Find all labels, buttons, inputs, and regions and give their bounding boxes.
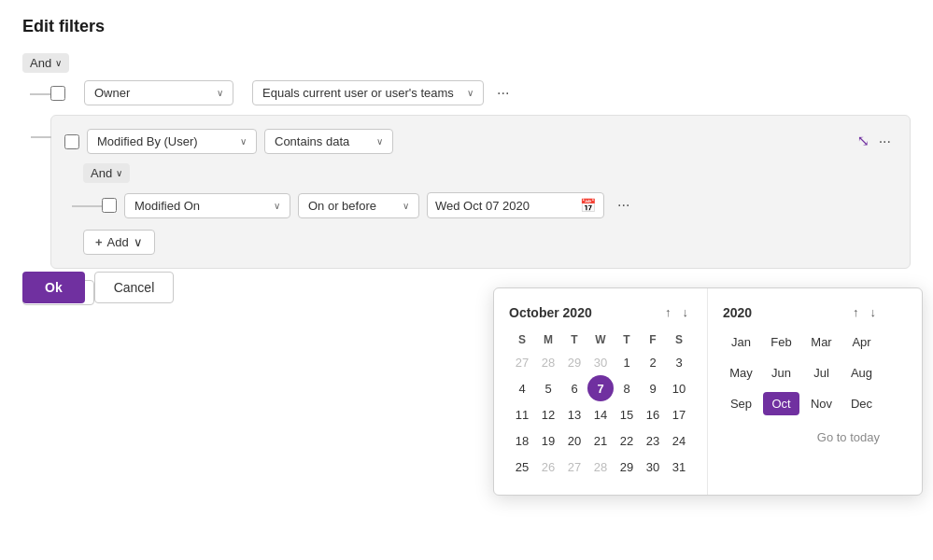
month-cell[interactable]: May (723, 361, 759, 385)
subgroup-condition-dropdown[interactable]: Contains data ∨ (264, 129, 393, 154)
year-prev-button[interactable]: ↑ (849, 303, 863, 321)
subgroup-condition-chevron: ∨ (376, 136, 383, 147)
calendar-day[interactable]: 27 (509, 349, 535, 375)
month-cell[interactable]: Nov (803, 392, 840, 415)
bottom-buttons: Ok Cancel (22, 272, 174, 303)
subrow: Modified On ∨ On or before ∨ Wed Oct 07 … (102, 192, 897, 218)
row1-field-dropdown[interactable]: Owner ∨ (84, 80, 233, 105)
row1-field-chevron: ∨ (217, 88, 223, 98)
month-cell[interactable]: Dec (843, 392, 880, 415)
and-label: And (30, 56, 51, 70)
calendar-day[interactable]: 3 (666, 349, 692, 375)
calendar-day[interactable]: 19 (535, 427, 561, 454)
calendar-year-title: 2020 (723, 305, 752, 320)
calendar-day[interactable]: 2 (640, 349, 666, 375)
date-value: Wed Oct 07 2020 (435, 199, 530, 213)
subgroup-more-button[interactable]: ··· (873, 132, 897, 152)
cal-day-header: M (535, 330, 561, 349)
calendar-icon[interactable]: 📅 (580, 198, 596, 213)
calendar-nav: ↑ ↓ (661, 303, 692, 321)
calendar-day[interactable]: 29 (561, 349, 587, 375)
subrow-condition-chevron: ∨ (403, 201, 409, 211)
calendar-popup: October 2020 ↑ ↓ SMTWTFS 272829301234567… (493, 287, 923, 496)
calendar-day[interactable]: 16 (640, 401, 666, 427)
cal-day-header: S (666, 330, 692, 349)
month-cell[interactable]: Feb (763, 330, 799, 354)
subrow-condition-dropdown[interactable]: On or before ∨ (298, 193, 419, 218)
calendar-day[interactable]: 28 (587, 454, 614, 480)
calendar-day[interactable]: 17 (666, 401, 692, 427)
root-and-badge[interactable]: And ∨ (22, 53, 69, 73)
year-next-button[interactable]: ↓ (867, 303, 881, 321)
calendar-day[interactable]: 24 (666, 427, 692, 454)
cal-day-header: F (640, 330, 666, 349)
month-cell[interactable]: Jun (763, 361, 799, 385)
month-cell[interactable]: Aug (843, 361, 880, 385)
calendar-day[interactable]: 22 (614, 427, 640, 454)
month-grid: JanFebMarAprMayJunJulAugSepOctNovDec (723, 330, 880, 415)
calendar-day[interactable]: 23 (640, 427, 666, 454)
calendar-day[interactable]: 21 (587, 427, 614, 454)
calendar-day[interactable]: 8 (614, 375, 640, 401)
calendar-year-section: 2020 ↑ ↓ JanFebMarAprMayJunJulAugSepOctN… (708, 288, 895, 495)
month-cell[interactable]: Sep (723, 392, 759, 415)
calendar-day[interactable]: 14 (587, 401, 614, 427)
subgroup-field-chevron: ∨ (240, 136, 247, 147)
row1-checkbox[interactable] (50, 86, 65, 101)
subgroup-header: Modified By (User) ∨ Contains data ∨ ⤡ ·… (64, 129, 897, 154)
month-cell[interactable]: Jul (803, 361, 840, 385)
cancel-button[interactable]: Cancel (94, 272, 175, 303)
plus-icon: + (95, 235, 103, 249)
calendar-day[interactable]: 29 (614, 454, 640, 480)
calendar-day[interactable]: 1 (614, 349, 640, 375)
month-cell[interactable]: Mar (803, 330, 840, 354)
page-title: Edit filters (22, 17, 911, 36)
row1-more-button[interactable]: ··· (491, 83, 515, 104)
calendar-day[interactable]: 30 (587, 349, 614, 375)
subrow-field-dropdown[interactable]: Modified On ∨ (124, 193, 290, 218)
calendar-prev-month-button[interactable]: ↑ (661, 303, 675, 321)
calendar-day[interactable]: 30 (640, 454, 666, 480)
cal-day-header: T (614, 330, 640, 349)
calendar-month-section: October 2020 ↑ ↓ SMTWTFS 272829301234567… (494, 288, 708, 495)
row1-condition-dropdown[interactable]: Equals current user or user's teams ∨ (252, 80, 484, 105)
calendar-day[interactable]: 26 (535, 454, 561, 480)
cal-day-header: T (561, 330, 587, 349)
calendar-day[interactable]: 10 (666, 375, 692, 401)
subrow-date-input[interactable]: Wed Oct 07 2020 📅 (427, 192, 604, 218)
go-today-button[interactable]: Go to today (723, 423, 880, 444)
and-chevron-icon: ∨ (55, 58, 62, 68)
calendar-day[interactable]: 5 (535, 375, 561, 401)
calendar-day[interactable]: 25 (509, 454, 535, 480)
calendar-day[interactable]: 13 (561, 401, 587, 427)
subgroup-and-badge[interactable]: And ∨ (83, 163, 130, 183)
calendar-day[interactable]: 27 (561, 454, 587, 480)
calendar-next-month-button[interactable]: ↓ (679, 303, 693, 321)
calendar-day[interactable]: 31 (666, 454, 692, 480)
subrow-field-chevron: ∨ (274, 201, 280, 211)
calendar-day[interactable]: 4 (509, 375, 535, 401)
collapse-icon[interactable]: ⤡ (857, 133, 869, 150)
ok-button[interactable]: Ok (22, 272, 85, 303)
calendar-day[interactable]: 9 (640, 375, 666, 401)
month-cell[interactable]: Jan (723, 330, 759, 354)
cal-day-header: W (587, 330, 614, 349)
subrow-checkbox[interactable] (102, 198, 117, 213)
row1-condition-chevron: ∨ (467, 88, 474, 98)
calendar-day[interactable]: 11 (509, 401, 535, 427)
add-chevron-icon: ∨ (134, 235, 143, 249)
calendar-day[interactable]: 18 (509, 427, 535, 454)
calendar-day[interactable]: 20 (561, 427, 587, 454)
subgroup-add-button[interactable]: + Add ∨ (83, 230, 155, 255)
calendar-day[interactable]: 6 (561, 375, 587, 401)
subgroup-field-dropdown[interactable]: Modified By (User) ∨ (87, 129, 257, 154)
calendar-day[interactable]: 15 (614, 401, 640, 427)
calendar-day[interactable]: 28 (535, 349, 561, 375)
calendar-day[interactable]: 12 (535, 401, 561, 427)
month-cell[interactable]: Oct (763, 392, 799, 415)
subgroup-checkbox[interactable] (64, 134, 79, 149)
calendar-grid: SMTWTFS 27282930123456789101112131415161… (509, 330, 692, 480)
calendar-day[interactable]: 7 (587, 375, 614, 401)
subrow-more-button[interactable]: ··· (612, 195, 635, 216)
month-cell[interactable]: Apr (843, 330, 880, 354)
